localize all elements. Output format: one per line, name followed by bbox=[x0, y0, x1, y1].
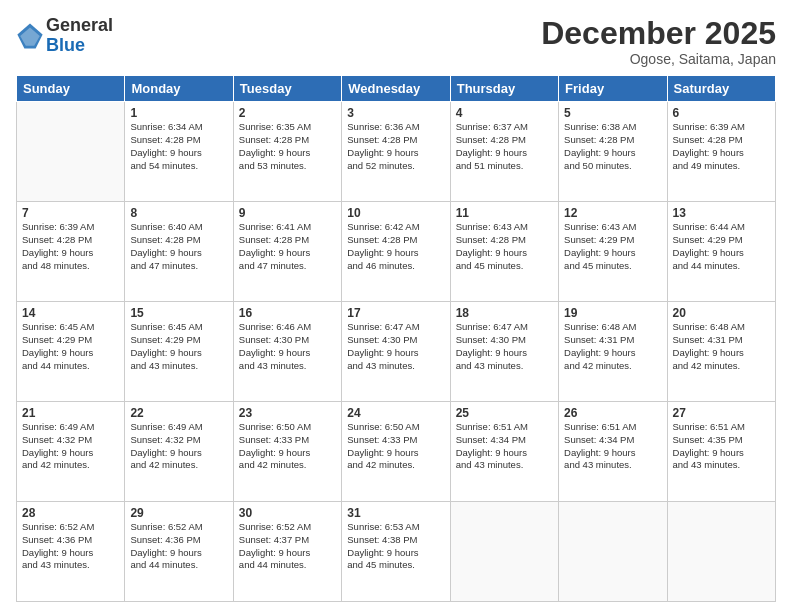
calendar-table: Sunday Monday Tuesday Wednesday Thursday… bbox=[16, 75, 776, 602]
table-row bbox=[667, 502, 775, 602]
day-info: Sunrise: 6:39 AM Sunset: 4:28 PM Dayligh… bbox=[673, 121, 770, 172]
logo-icon bbox=[16, 22, 44, 50]
day-number: 24 bbox=[347, 406, 444, 420]
table-row: 23Sunrise: 6:50 AM Sunset: 4:33 PM Dayli… bbox=[233, 402, 341, 502]
day-info: Sunrise: 6:45 AM Sunset: 4:29 PM Dayligh… bbox=[22, 321, 119, 372]
calendar-header-row: Sunday Monday Tuesday Wednesday Thursday… bbox=[17, 76, 776, 102]
day-number: 23 bbox=[239, 406, 336, 420]
table-row: 10Sunrise: 6:42 AM Sunset: 4:28 PM Dayli… bbox=[342, 202, 450, 302]
table-row: 1Sunrise: 6:34 AM Sunset: 4:28 PM Daylig… bbox=[125, 102, 233, 202]
day-number: 2 bbox=[239, 106, 336, 120]
day-number: 31 bbox=[347, 506, 444, 520]
table-row: 31Sunrise: 6:53 AM Sunset: 4:38 PM Dayli… bbox=[342, 502, 450, 602]
day-number: 19 bbox=[564, 306, 661, 320]
day-number: 14 bbox=[22, 306, 119, 320]
day-number: 12 bbox=[564, 206, 661, 220]
day-number: 3 bbox=[347, 106, 444, 120]
day-info: Sunrise: 6:51 AM Sunset: 4:34 PM Dayligh… bbox=[564, 421, 661, 472]
month-title: December 2025 bbox=[541, 16, 776, 51]
table-row: 7Sunrise: 6:39 AM Sunset: 4:28 PM Daylig… bbox=[17, 202, 125, 302]
table-row: 24Sunrise: 6:50 AM Sunset: 4:33 PM Dayli… bbox=[342, 402, 450, 502]
calendar-week-1: 1Sunrise: 6:34 AM Sunset: 4:28 PM Daylig… bbox=[17, 102, 776, 202]
day-info: Sunrise: 6:50 AM Sunset: 4:33 PM Dayligh… bbox=[239, 421, 336, 472]
day-number: 1 bbox=[130, 106, 227, 120]
logo: General Blue bbox=[16, 16, 113, 56]
day-info: Sunrise: 6:44 AM Sunset: 4:29 PM Dayligh… bbox=[673, 221, 770, 272]
calendar-week-2: 7Sunrise: 6:39 AM Sunset: 4:28 PM Daylig… bbox=[17, 202, 776, 302]
day-info: Sunrise: 6:35 AM Sunset: 4:28 PM Dayligh… bbox=[239, 121, 336, 172]
table-row: 20Sunrise: 6:48 AM Sunset: 4:31 PM Dayli… bbox=[667, 302, 775, 402]
day-info: Sunrise: 6:53 AM Sunset: 4:38 PM Dayligh… bbox=[347, 521, 444, 572]
day-info: Sunrise: 6:52 AM Sunset: 4:36 PM Dayligh… bbox=[130, 521, 227, 572]
table-row: 4Sunrise: 6:37 AM Sunset: 4:28 PM Daylig… bbox=[450, 102, 558, 202]
day-info: Sunrise: 6:52 AM Sunset: 4:36 PM Dayligh… bbox=[22, 521, 119, 572]
day-number: 21 bbox=[22, 406, 119, 420]
day-info: Sunrise: 6:38 AM Sunset: 4:28 PM Dayligh… bbox=[564, 121, 661, 172]
table-row: 29Sunrise: 6:52 AM Sunset: 4:36 PM Dayli… bbox=[125, 502, 233, 602]
day-number: 30 bbox=[239, 506, 336, 520]
table-row: 11Sunrise: 6:43 AM Sunset: 4:28 PM Dayli… bbox=[450, 202, 558, 302]
day-number: 10 bbox=[347, 206, 444, 220]
calendar-week-5: 28Sunrise: 6:52 AM Sunset: 4:36 PM Dayli… bbox=[17, 502, 776, 602]
table-row: 30Sunrise: 6:52 AM Sunset: 4:37 PM Dayli… bbox=[233, 502, 341, 602]
header-sunday: Sunday bbox=[17, 76, 125, 102]
day-info: Sunrise: 6:51 AM Sunset: 4:35 PM Dayligh… bbox=[673, 421, 770, 472]
table-row: 6Sunrise: 6:39 AM Sunset: 4:28 PM Daylig… bbox=[667, 102, 775, 202]
day-number: 6 bbox=[673, 106, 770, 120]
logo-text: General Blue bbox=[46, 16, 113, 56]
table-row: 2Sunrise: 6:35 AM Sunset: 4:28 PM Daylig… bbox=[233, 102, 341, 202]
table-row: 16Sunrise: 6:46 AM Sunset: 4:30 PM Dayli… bbox=[233, 302, 341, 402]
table-row: 13Sunrise: 6:44 AM Sunset: 4:29 PM Dayli… bbox=[667, 202, 775, 302]
day-number: 18 bbox=[456, 306, 553, 320]
day-number: 25 bbox=[456, 406, 553, 420]
header-friday: Friday bbox=[559, 76, 667, 102]
table-row bbox=[450, 502, 558, 602]
day-info: Sunrise: 6:34 AM Sunset: 4:28 PM Dayligh… bbox=[130, 121, 227, 172]
table-row: 12Sunrise: 6:43 AM Sunset: 4:29 PM Dayli… bbox=[559, 202, 667, 302]
day-info: Sunrise: 6:49 AM Sunset: 4:32 PM Dayligh… bbox=[22, 421, 119, 472]
day-number: 13 bbox=[673, 206, 770, 220]
table-row: 27Sunrise: 6:51 AM Sunset: 4:35 PM Dayli… bbox=[667, 402, 775, 502]
table-row: 3Sunrise: 6:36 AM Sunset: 4:28 PM Daylig… bbox=[342, 102, 450, 202]
calendar-week-3: 14Sunrise: 6:45 AM Sunset: 4:29 PM Dayli… bbox=[17, 302, 776, 402]
header-monday: Monday bbox=[125, 76, 233, 102]
table-row: 14Sunrise: 6:45 AM Sunset: 4:29 PM Dayli… bbox=[17, 302, 125, 402]
day-info: Sunrise: 6:48 AM Sunset: 4:31 PM Dayligh… bbox=[673, 321, 770, 372]
day-info: Sunrise: 6:45 AM Sunset: 4:29 PM Dayligh… bbox=[130, 321, 227, 372]
header-thursday: Thursday bbox=[450, 76, 558, 102]
day-info: Sunrise: 6:47 AM Sunset: 4:30 PM Dayligh… bbox=[456, 321, 553, 372]
table-row: 8Sunrise: 6:40 AM Sunset: 4:28 PM Daylig… bbox=[125, 202, 233, 302]
day-info: Sunrise: 6:46 AM Sunset: 4:30 PM Dayligh… bbox=[239, 321, 336, 372]
day-number: 9 bbox=[239, 206, 336, 220]
day-info: Sunrise: 6:37 AM Sunset: 4:28 PM Dayligh… bbox=[456, 121, 553, 172]
location: Ogose, Saitama, Japan bbox=[541, 51, 776, 67]
header-tuesday: Tuesday bbox=[233, 76, 341, 102]
table-row: 17Sunrise: 6:47 AM Sunset: 4:30 PM Dayli… bbox=[342, 302, 450, 402]
table-row bbox=[559, 502, 667, 602]
logo-blue: Blue bbox=[46, 36, 113, 56]
table-row: 5Sunrise: 6:38 AM Sunset: 4:28 PM Daylig… bbox=[559, 102, 667, 202]
day-number: 22 bbox=[130, 406, 227, 420]
day-info: Sunrise: 6:43 AM Sunset: 4:28 PM Dayligh… bbox=[456, 221, 553, 272]
table-row: 28Sunrise: 6:52 AM Sunset: 4:36 PM Dayli… bbox=[17, 502, 125, 602]
logo-general: General bbox=[46, 16, 113, 36]
day-info: Sunrise: 6:47 AM Sunset: 4:30 PM Dayligh… bbox=[347, 321, 444, 372]
table-row: 21Sunrise: 6:49 AM Sunset: 4:32 PM Dayli… bbox=[17, 402, 125, 502]
day-info: Sunrise: 6:42 AM Sunset: 4:28 PM Dayligh… bbox=[347, 221, 444, 272]
day-info: Sunrise: 6:50 AM Sunset: 4:33 PM Dayligh… bbox=[347, 421, 444, 472]
page-container: General Blue December 2025 Ogose, Saitam… bbox=[0, 0, 792, 612]
day-info: Sunrise: 6:36 AM Sunset: 4:28 PM Dayligh… bbox=[347, 121, 444, 172]
day-number: 20 bbox=[673, 306, 770, 320]
day-number: 26 bbox=[564, 406, 661, 420]
day-info: Sunrise: 6:52 AM Sunset: 4:37 PM Dayligh… bbox=[239, 521, 336, 572]
day-number: 7 bbox=[22, 206, 119, 220]
day-info: Sunrise: 6:48 AM Sunset: 4:31 PM Dayligh… bbox=[564, 321, 661, 372]
header-saturday: Saturday bbox=[667, 76, 775, 102]
day-number: 29 bbox=[130, 506, 227, 520]
header-wednesday: Wednesday bbox=[342, 76, 450, 102]
calendar-week-4: 21Sunrise: 6:49 AM Sunset: 4:32 PM Dayli… bbox=[17, 402, 776, 502]
table-row: 15Sunrise: 6:45 AM Sunset: 4:29 PM Dayli… bbox=[125, 302, 233, 402]
day-number: 28 bbox=[22, 506, 119, 520]
day-info: Sunrise: 6:43 AM Sunset: 4:29 PM Dayligh… bbox=[564, 221, 661, 272]
day-info: Sunrise: 6:49 AM Sunset: 4:32 PM Dayligh… bbox=[130, 421, 227, 472]
